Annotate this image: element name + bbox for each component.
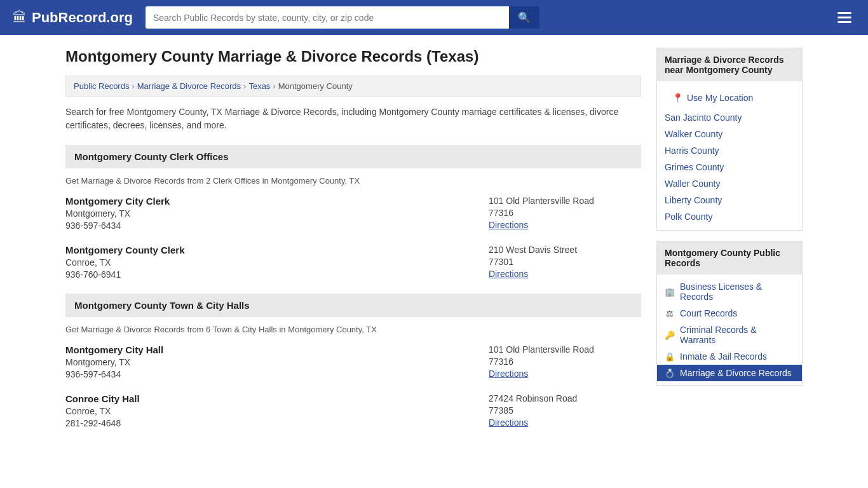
clerk-office-2-city: Conroe, TX [65,257,476,268]
cityhall-2-phone: 281-292-4648 [65,418,476,428]
breadcrumb-sep-1: › [132,81,134,91]
location-pin-icon: 📍 [672,93,683,103]
cityhall-1-name: Montgomery City Hall [65,344,476,355]
clerk-office-2-name: Montgomery County Clerk [65,245,476,255]
use-location-item[interactable]: 📍 Use My Location [657,86,802,109]
search-input[interactable] [146,6,509,29]
cityhall-1-zip: 77316 [489,356,641,367]
sidebar-records-list: 🏢 Business Licenses & Records ⚖ Court Re… [657,274,802,385]
cityhall-2-directions[interactable]: Directions [489,417,528,428]
cityhall-2-address: 27424 Robinson Road [489,393,641,403]
sidebar-county-5[interactable]: Liberty County [657,192,802,208]
cityhall-1-directions[interactable]: Directions [489,369,528,379]
clerk-office-2: Montgomery County Clerk Conroe, TX 936-7… [65,245,641,280]
clerk-office-1-zip: 77316 [489,208,641,218]
breadcrumb-montgomery: Montgomery County [278,81,353,91]
sidebar-nearby-header: Marriage & Divorce Records near Montgome… [657,48,802,81]
sidebar-county-3[interactable]: Grimes County [657,159,802,175]
clerk-office-2-zip: 77301 [489,257,641,267]
sidebar-nearby-section: Marriage & Divorce Records near Montgome… [656,48,803,231]
record-type-1[interactable]: ⚖ Court Records [657,305,802,322]
sidebar-nearby-list: 📍 Use My Location San Jacinto County Wal… [657,81,802,230]
breadcrumb-marriage-records[interactable]: Marriage & Divorce Records [137,81,241,91]
site-logo[interactable]: 🏛 PubRecord.org [13,10,133,26]
page-title: Montgomery County Marriage & Divorce Rec… [65,48,641,65]
clerk-offices-section: Montgomery County Clerk Offices Get Marr… [65,145,641,280]
building-icon: 🏛 [13,10,27,26]
cityhall-2: Conroe City Hall Conroe, TX 281-292-4648… [65,393,641,428]
breadcrumb-public-records[interactable]: Public Records [74,81,129,91]
cityhall-1-address: 101 Old Plantersville Road [489,344,641,355]
clerk-office-1-address: 101 Old Plantersville Road [489,196,641,206]
record-type-2[interactable]: 🔑 Criminal Records & Warrants [657,322,802,348]
menu-button[interactable] [834,10,855,25]
cityhall-section: Montgomery County Town & City Halls Get … [65,294,641,428]
breadcrumb-sep-2: › [243,81,246,91]
marriage-icon: 💍 [665,369,675,378]
clerk-office-2-phone: 936-760-6941 [65,269,476,280]
sidebar-public-records-section: Montgomery County Public Records 🏢 Busin… [656,241,803,386]
record-type-3[interactable]: 🔒 Inmate & Jail Records [657,348,802,365]
cityhall-2-name: Conroe City Hall [65,393,476,404]
sidebar-county-4[interactable]: Waller County [657,175,802,192]
breadcrumb-texas[interactable]: Texas [248,81,270,91]
cityhall-1-phone: 936-597-6434 [65,369,476,379]
cityhall-section-header: Montgomery County Town & City Halls [65,294,641,317]
site-header: 🏛 PubRecord.org 🔍 [0,0,868,35]
main-content: Montgomery County Marriage & Divorce Rec… [65,48,641,442]
clerk-section-header: Montgomery County Clerk Offices [65,145,641,168]
clerk-office-1-name: Montgomery City Clerk [65,196,476,207]
cityhall-section-desc: Get Marriage & Divorce Records from 6 To… [65,325,641,334]
cityhall-1-city: Montgomery, TX [65,357,476,367]
cityhall-2-city: Conroe, TX [65,406,476,416]
breadcrumb-sep-3: › [273,81,275,91]
clerk-office-1-directions[interactable]: Directions [489,220,528,230]
breadcrumb: Public Records › Marriage & Divorce Reco… [65,76,641,97]
cityhall-2-zip: 77385 [489,405,641,416]
record-type-0[interactable]: 🏢 Business Licenses & Records [657,278,802,305]
sidebar-county-6[interactable]: Polk County [657,208,802,225]
search-icon: 🔍 [518,12,531,23]
sidebar-county-1[interactable]: Walker County [657,126,802,142]
clerk-office-2-directions[interactable]: Directions [489,269,528,279]
search-button[interactable]: 🔍 [509,6,539,29]
search-bar: 🔍 [146,6,539,29]
clerk-section-desc: Get Marriage & Divorce Records from 2 Cl… [65,176,641,186]
sidebar-county-2[interactable]: Harris County [657,142,802,159]
sidebar: Marriage & Divorce Records near Montgome… [656,48,803,442]
inmate-icon: 🔒 [665,352,675,362]
record-type-4[interactable]: 💍 Marriage & Divorce Records [657,365,802,381]
use-location-label: Use My Location [687,93,753,103]
clerk-office-1-phone: 936-597-6434 [65,220,476,231]
cityhall-1: Montgomery City Hall Montgomery, TX 936-… [65,344,641,379]
clerk-office-1: Montgomery City Clerk Montgomery, TX 936… [65,196,641,231]
clerk-office-1-city: Montgomery, TX [65,208,476,219]
site-logo-text: PubRecord.org [32,10,133,26]
business-icon: 🏢 [665,287,675,297]
criminal-icon: 🔑 [665,330,675,340]
court-icon: ⚖ [665,309,675,318]
clerk-office-2-address: 210 West Davis Street [489,245,641,255]
sidebar-county-0[interactable]: San Jacinto County [657,109,802,126]
sidebar-public-records-header: Montgomery County Public Records [657,241,802,274]
page-description: Search for free Montgomery County, TX Ma… [65,105,641,132]
